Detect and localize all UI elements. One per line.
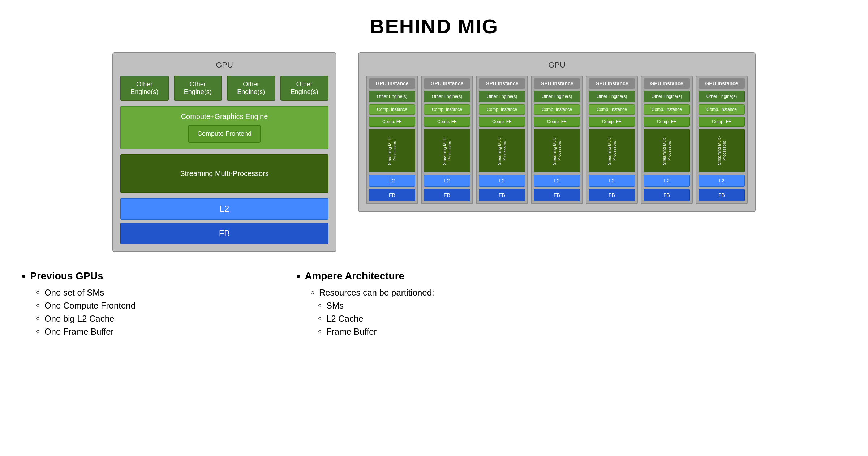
- inst-comp-fe-5: Comp. FE: [589, 117, 635, 127]
- left-item-1: One set of SMs: [36, 288, 275, 298]
- inst-comp-instance-5: Comp. Instance: [589, 104, 635, 115]
- gpu-instance-col-6: GPU Instance Other Engine(s) Comp. Insta…: [641, 76, 693, 204]
- gpu-instance-col-4: GPU Instance Other Engine(s) Comp. Insta…: [531, 76, 583, 204]
- gpu-instance-label-2: GPU Instance: [424, 78, 470, 89]
- inst-other-engine-6: Other Engine(s): [644, 91, 690, 102]
- inst-comp-instance-4: Comp. Instance: [534, 104, 580, 115]
- left-bullet-heading: • Previous GPUs: [22, 270, 275, 282]
- left-bullet-text: Previous GPUs: [30, 270, 103, 282]
- inst-streaming-7: Streaming Multi-Processors: [699, 129, 745, 172]
- gpu-instance-col-3: GPU Instance Other Engine(s) Comp. Insta…: [476, 76, 528, 204]
- inst-fb-7: FB: [699, 189, 745, 201]
- inst-other-engine-7: Other Engine(s): [699, 91, 745, 102]
- inst-other-engine-2: Other Engine(s): [424, 91, 470, 102]
- inst-fb-2: FB: [424, 189, 470, 201]
- right-bullet-dot: •: [296, 270, 300, 282]
- inst-streaming-2: Streaming Multi-Processors: [424, 129, 470, 172]
- other-engine-1: Other Engine(s): [120, 76, 169, 101]
- inst-l2-7: L2: [699, 175, 745, 187]
- streaming-mp-box: Streaming Multi-Processors: [120, 154, 328, 193]
- inst-fb-6: FB: [644, 189, 690, 201]
- left-bullet-dot: •: [22, 270, 26, 282]
- inst-streaming-4: Streaming Multi-Processors: [534, 129, 580, 172]
- left-item-3: One big L2 Cache: [36, 314, 275, 324]
- fb-box: FB: [120, 223, 328, 244]
- left-bullets: • Previous GPUs One set of SMs One Compu…: [22, 270, 275, 340]
- inst-comp-fe-1: Comp. FE: [369, 117, 415, 127]
- right-sub-heading: Resources can be partitioned:: [311, 288, 549, 298]
- left-item-4: One Frame Buffer: [36, 327, 275, 337]
- inst-comp-fe-3: Comp. FE: [479, 117, 525, 127]
- gpu-instance-label-6: GPU Instance: [644, 78, 690, 89]
- inst-fb-3: FB: [479, 189, 525, 201]
- right-bullet-text: Ampere Architecture: [305, 270, 404, 282]
- inst-fb-1: FB: [369, 189, 415, 201]
- gpu-instance-label-5: GPU Instance: [589, 78, 635, 89]
- bullets-row: • Previous GPUs One set of SMs One Compu…: [22, 270, 846, 340]
- gpu-instance-col-1: GPU Instance Other Engine(s) Comp. Insta…: [366, 76, 418, 204]
- inst-comp-instance-7: Comp. Instance: [699, 104, 745, 115]
- inst-fb-5: FB: [589, 189, 635, 201]
- right-item-1: SMs: [318, 301, 549, 311]
- inst-streaming-5: Streaming Multi-Processors: [589, 129, 635, 172]
- compute-graphics-box: Compute+Graphics Engine Compute Frontend: [120, 106, 328, 149]
- inst-l2-6: L2: [644, 175, 690, 187]
- compute-graphics-label: Compute+Graphics Engine: [127, 112, 322, 121]
- inst-other-engine-4: Other Engine(s): [534, 91, 580, 102]
- left-gpu-label: GPU: [120, 60, 328, 70]
- gpu-instance-label-4: GPU Instance: [534, 78, 580, 89]
- inst-l2-2: L2: [424, 175, 470, 187]
- left-sub-list: One set of SMs One Compute Frontend One …: [22, 288, 275, 337]
- inst-comp-fe-7: Comp. FE: [699, 117, 745, 127]
- inst-l2-4: L2: [534, 175, 580, 187]
- page-title: BEHIND MIG: [22, 14, 846, 38]
- gpu-instances-row: GPU Instance Other Engine(s) Comp. Insta…: [366, 76, 748, 204]
- other-engine-3: Other Engine(s): [227, 76, 275, 101]
- inst-streaming-1: Streaming Multi-Processors: [369, 129, 415, 172]
- left-item-2: One Compute Frontend: [36, 301, 275, 311]
- inst-other-engine-3: Other Engine(s): [479, 91, 525, 102]
- gpu-instance-label-1: GPU Instance: [369, 78, 415, 89]
- gpu-instance-col-7: GPU Instance Other Engine(s) Comp. Insta…: [696, 76, 748, 204]
- inst-comp-fe-6: Comp. FE: [644, 117, 690, 127]
- gpu-instance-label-3: GPU Instance: [479, 78, 525, 89]
- gpu-instance-label-7: GPU Instance: [699, 78, 745, 89]
- inst-comp-instance-1: Comp. Instance: [369, 104, 415, 115]
- right-item-2: L2 Cache: [318, 314, 549, 324]
- l2-box: L2: [120, 198, 328, 220]
- gpu-instance-col-2: GPU Instance Other Engine(s) Comp. Insta…: [421, 76, 473, 204]
- right-gpu-label: GPU: [366, 60, 748, 70]
- right-sub-list: Resources can be partitioned:: [296, 288, 549, 298]
- inst-other-engine-1: Other Engine(s): [369, 91, 415, 102]
- inst-comp-fe-4: Comp. FE: [534, 117, 580, 127]
- compute-frontend-box: Compute Frontend: [188, 125, 261, 143]
- inst-fb-4: FB: [534, 189, 580, 201]
- left-gpu-diagram: GPU Other Engine(s) Other Engine(s) Othe…: [112, 52, 336, 252]
- right-bullet-heading: • Ampere Architecture: [296, 270, 549, 282]
- inst-comp-instance-3: Comp. Instance: [479, 104, 525, 115]
- inst-streaming-3: Streaming Multi-Processors: [479, 129, 525, 172]
- inst-other-engine-5: Other Engine(s): [589, 91, 635, 102]
- inst-l2-5: L2: [589, 175, 635, 187]
- other-engine-2: Other Engine(s): [174, 76, 222, 101]
- right-gpu-diagram: GPU GPU Instance Other Engine(s) Comp. I…: [358, 52, 756, 212]
- inst-l2-1: L2: [369, 175, 415, 187]
- inst-comp-instance-6: Comp. Instance: [644, 104, 690, 115]
- other-engine-4: Other Engine(s): [280, 76, 329, 101]
- inst-l2-3: L2: [479, 175, 525, 187]
- inst-comp-instance-2: Comp. Instance: [424, 104, 470, 115]
- diagrams-row: GPU Other Engine(s) Other Engine(s) Othe…: [22, 52, 846, 252]
- other-engines-row: Other Engine(s) Other Engine(s) Other En…: [120, 76, 328, 101]
- right-item-3: Frame Buffer: [318, 327, 549, 337]
- gpu-instance-col-5: GPU Instance Other Engine(s) Comp. Insta…: [586, 76, 638, 204]
- right-bullets: • Ampere Architecture Resources can be p…: [296, 270, 549, 340]
- inst-streaming-6: Streaming Multi-Processors: [644, 129, 690, 172]
- right-sub-sub-list: SMs L2 Cache Frame Buffer: [296, 301, 549, 337]
- inst-comp-fe-2: Comp. FE: [424, 117, 470, 127]
